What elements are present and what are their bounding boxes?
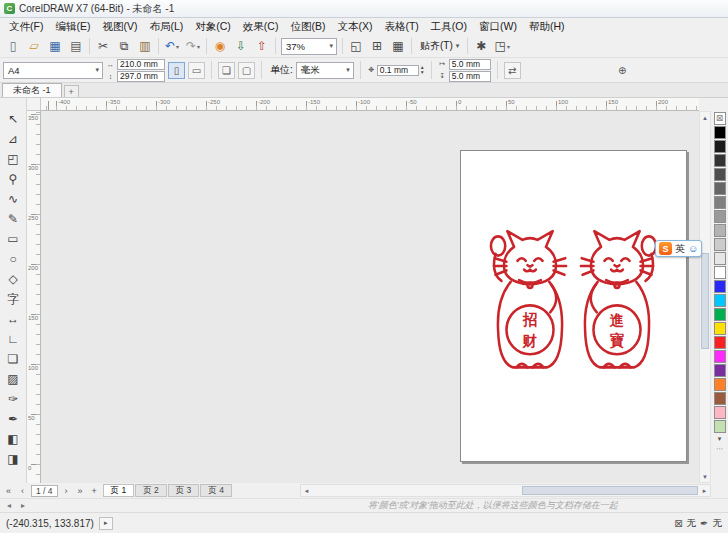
scroll-right-icon[interactable]: ▸	[699, 485, 710, 496]
fullscreen-preview-icon[interactable]: ◱	[346, 37, 366, 55]
nudge-distance-input[interactable]: 0.1 mm	[377, 65, 419, 76]
double-arrow-icon[interactable]: ⇄	[504, 62, 521, 79]
print-icon[interactable]: ▤	[66, 37, 86, 55]
paste-icon[interactable]: ▥	[135, 37, 155, 55]
menu-tools[interactable]: 工具(O)	[425, 19, 473, 35]
cut-icon[interactable]: ✂	[93, 37, 113, 55]
parallel-dimension-tool[interactable]: ↔	[2, 310, 24, 328]
show-grid-icon[interactable]: ▦	[388, 37, 408, 55]
redo-icon[interactable]: ↷▾	[183, 37, 203, 55]
status-prev-icon[interactable]: ◂	[3, 500, 15, 511]
horizontal-scrollbar[interactable]: ◂ ▸	[300, 484, 711, 497]
edit-fill-tool[interactable]: ◧	[2, 430, 24, 448]
page-height-input[interactable]: 297.0 mm	[117, 71, 165, 82]
ime-mode-button[interactable]: 英	[675, 242, 685, 256]
transparency-tool[interactable]: ▨	[2, 370, 24, 388]
color-swatch[interactable]	[714, 126, 726, 139]
menu-help[interactable]: 帮助(H)	[523, 19, 571, 35]
vertical-scrollbar-thumb[interactable]	[701, 253, 709, 349]
pick-tool[interactable]: ↖	[2, 110, 24, 128]
color-swatch[interactable]	[714, 224, 726, 237]
duplicate-y-input[interactable]: 5.0 mm	[449, 71, 491, 82]
crop-tool[interactable]: ◰	[2, 150, 24, 168]
undo-icon[interactable]: ↶▾	[162, 37, 182, 55]
menu-bitmaps[interactable]: 位图(B)	[284, 19, 331, 35]
previous-page-button[interactable]: ‹	[16, 484, 29, 497]
page-size-select[interactable]: A4 ▾	[3, 62, 103, 79]
nudge-spinner[interactable]: ▲▼	[420, 65, 425, 75]
zoom-tool[interactable]: ⚲	[2, 170, 24, 188]
zoom-level-select[interactable]: 37%▾	[281, 38, 337, 55]
fill-color-icon[interactable]: ⊠	[674, 518, 682, 529]
color-swatch[interactable]	[714, 294, 726, 307]
scroll-left-icon[interactable]: ◂	[301, 485, 312, 496]
horizontal-ruler[interactable]: -400-350-300-250-200-150-100-50050100150…	[41, 98, 699, 111]
search-content-icon[interactable]: ◉	[210, 37, 230, 55]
new-document-icon[interactable]: ▯	[3, 37, 23, 55]
ime-smiley-icon[interactable]: ☺	[688, 243, 698, 254]
color-swatch[interactable]	[714, 168, 726, 181]
color-swatch[interactable]	[714, 238, 726, 251]
horizontal-scrollbar-thumb[interactable]	[522, 486, 698, 495]
export-icon[interactable]: ⇧	[252, 37, 272, 55]
rectangle-tool[interactable]: ▭	[2, 230, 24, 248]
status-expander-button[interactable]: ▸	[99, 517, 113, 530]
copy-icon[interactable]: ⧉	[114, 37, 134, 55]
page-width-input[interactable]: 210.0 mm	[117, 59, 165, 70]
color-swatch[interactable]	[714, 322, 726, 335]
import-icon[interactable]: ⇩	[231, 37, 251, 55]
add-page-button[interactable]: +	[88, 484, 101, 497]
next-page-button[interactable]: ›	[60, 484, 73, 497]
color-swatch[interactable]	[714, 196, 726, 209]
lucky-cat-right[interactable]: 進 寶	[575, 225, 659, 391]
drop-shadow-tool[interactable]: ❏	[2, 350, 24, 368]
color-swatch[interactable]	[714, 420, 726, 433]
color-swatch[interactable]	[714, 364, 726, 377]
application-launcher-icon[interactable]: ◳▾	[492, 37, 512, 55]
color-swatch[interactable]	[714, 252, 726, 265]
scroll-down-icon[interactable]: ▼	[700, 471, 710, 482]
color-swatch[interactable]	[714, 350, 726, 363]
landscape-button[interactable]: ▭	[188, 62, 205, 79]
ime-toolbar[interactable]: S 英 ☺	[655, 240, 702, 257]
new-document-tab-button[interactable]: +	[64, 85, 79, 97]
interactive-fill-tool[interactable]: ◨	[2, 450, 24, 468]
outline-pen-icon[interactable]: ✒	[700, 518, 708, 529]
vertical-ruler[interactable]: 350300250200150100500	[27, 111, 41, 483]
menu-table[interactable]: 表格(T)	[378, 19, 424, 35]
connector-tool[interactable]: ∟	[2, 330, 24, 348]
color-swatch[interactable]	[714, 308, 726, 321]
artistic-media-tool[interactable]: ✎	[2, 210, 24, 228]
drawing-canvas[interactable]: 招 财 進 寶	[41, 111, 699, 483]
menu-edit[interactable]: 编辑(E)	[49, 19, 96, 35]
ruler-origin-button[interactable]	[27, 98, 41, 111]
menu-file[interactable]: 文件(F)	[3, 19, 49, 35]
color-swatch[interactable]	[714, 280, 726, 293]
page-tab-2[interactable]: 页 2	[135, 484, 167, 497]
freehand-tool[interactable]: ∿	[2, 190, 24, 208]
no-color-swatch[interactable]: ⊠	[714, 112, 726, 125]
ellipse-tool[interactable]: ○	[2, 250, 24, 268]
status-next-icon[interactable]: ▸	[17, 500, 29, 511]
units-select[interactable]: 毫米 ▾	[296, 62, 354, 79]
palette-flyout-icon[interactable]: ⋯	[713, 444, 726, 453]
page-tab-3[interactable]: 页 3	[168, 484, 200, 497]
shape-tool[interactable]: ⊿	[2, 130, 24, 148]
color-swatch[interactable]	[714, 266, 726, 279]
menu-window[interactable]: 窗口(W)	[473, 19, 523, 35]
circle-plus-icon[interactable]: ⊕	[614, 62, 631, 79]
page-tab-4[interactable]: 页 4	[200, 484, 232, 497]
scroll-up-icon[interactable]: ▲	[700, 112, 710, 123]
current-page-button[interactable]: ▢	[238, 62, 255, 79]
document-tab[interactable]: 未命名 -1	[2, 83, 62, 97]
page-tab-1[interactable]: 页 1	[103, 484, 135, 497]
color-swatch[interactable]	[714, 406, 726, 419]
vertical-scrollbar[interactable]: ▲ ▼	[699, 111, 711, 483]
menu-view[interactable]: 视图(V)	[96, 19, 143, 35]
save-icon[interactable]: ▦	[45, 37, 65, 55]
text-tool[interactable]: 字	[2, 290, 24, 308]
snap-to-menu-button[interactable]: 贴齐(T)▾	[415, 37, 464, 55]
last-page-button[interactable]: »	[74, 484, 87, 497]
color-swatch[interactable]	[714, 336, 726, 349]
color-swatch[interactable]	[714, 154, 726, 167]
